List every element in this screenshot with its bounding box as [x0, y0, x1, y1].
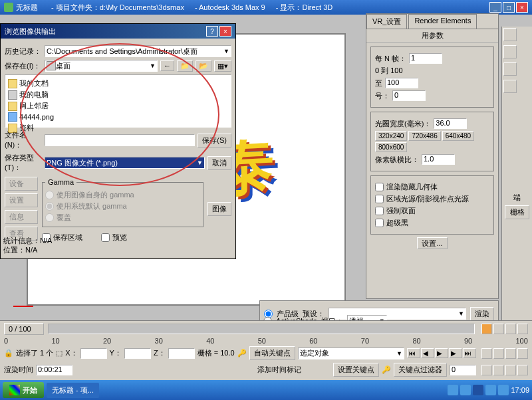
save-button[interactable]: 保存(S)	[198, 134, 231, 148]
history-combo[interactable]: C:\Documents and Settings\Administrator\…	[45, 45, 231, 57]
preset-800x600[interactable]: 800x600	[375, 142, 407, 152]
file-list[interactable]: 我的文档 我的电脑 网上邻居 44444.png 资料	[5, 74, 231, 128]
tray-icon-volume[interactable]	[498, 385, 509, 395]
nav-orbit-icon[interactable]	[505, 348, 516, 359]
gamma-title: Gamma	[45, 178, 76, 186]
tray-clock[interactable]: 17:09	[511, 386, 529, 394]
num-label: 号：	[375, 91, 390, 101]
current-frame-field[interactable]: 0	[450, 365, 476, 375]
taskbar-app-button[interactable]: 无标题 - 项...	[47, 383, 99, 398]
minimize-button[interactable]: _	[489, 2, 501, 13]
addtime-label[interactable]: 添加时间标记	[257, 365, 301, 375]
nav-back-icon[interactable]: ←	[160, 60, 174, 71]
timeline-tool-3[interactable]	[505, 324, 516, 334]
filetype-combo[interactable]: PNG 图像文件 (*.png)▼	[45, 157, 205, 169]
pixel-aspect-spinner[interactable]: 1.0	[422, 154, 455, 165]
preset-320x240[interactable]: 320x240	[375, 131, 407, 141]
nav-up-icon[interactable]: 📁	[177, 60, 193, 72]
z-field[interactable]	[168, 348, 195, 359]
timeline-tool-4[interactable]	[517, 324, 528, 334]
tool-arrow-icon[interactable]	[503, 28, 517, 41]
tray-icon-qq[interactable]	[473, 385, 483, 395]
x-field[interactable]	[80, 348, 107, 359]
settings-side-button[interactable]: 设置	[5, 193, 38, 207]
dialog-titlebar[interactable]: 浏览图像供输出 ? ×	[1, 24, 235, 39]
hide-geom-checkbox[interactable]	[375, 183, 384, 191]
tab-vr-settings[interactable]: VR_设置	[366, 14, 407, 29]
nav-walk-icon[interactable]	[493, 365, 504, 375]
loc-value: N/A	[25, 246, 37, 254]
timeline-tool-2[interactable]	[493, 324, 504, 334]
tab-render-elements[interactable]: Render Elements	[408, 14, 477, 29]
autokey-mode-combo[interactable]: 选定对象▼	[298, 348, 404, 359]
y-field[interactable]	[124, 348, 151, 359]
goto-start-button[interactable]: ⏮	[407, 348, 420, 358]
title-display-label: - 显示	[276, 3, 295, 13]
super-black-label: 超级黑	[386, 218, 408, 228]
tray-icon-1[interactable]	[448, 385, 458, 395]
desktop-icon	[47, 61, 56, 70]
lock-icon[interactable]: 🔒	[4, 349, 13, 357]
z-label: Z：	[154, 348, 166, 358]
time-slider[interactable]	[48, 324, 475, 334]
every-n-spinner[interactable]: 1	[409, 53, 442, 64]
nav-viewmode-icon[interactable]: ▦▾	[214, 60, 231, 72]
nav-pan-icon[interactable]	[493, 348, 504, 359]
nav-fov-icon[interactable]	[481, 365, 492, 375]
nav-minmax-icon[interactable]	[517, 365, 528, 375]
x-label: X：	[65, 348, 77, 358]
savein-label: 保存在(I)：	[5, 61, 42, 71]
settings-button[interactable]: 设置...	[417, 237, 447, 249]
goto-end-button[interactable]: ⏭	[463, 348, 476, 358]
autokey-button[interactable]: 自动关键点	[249, 346, 295, 360]
area-light-checkbox[interactable]	[375, 195, 384, 203]
selector-icon[interactable]: ⬚	[56, 349, 63, 357]
dialog-help-button[interactable]: ?	[206, 26, 218, 37]
setkey-button[interactable]: 设置关键点	[333, 363, 379, 377]
play-button[interactable]: ▶	[435, 348, 448, 358]
preset-640x480[interactable]: 640x480	[442, 131, 474, 141]
render-button[interactable]: 渲染	[470, 307, 494, 321]
list-item[interactable]: 44444.png	[8, 112, 228, 122]
list-item[interactable]: 网上邻居	[8, 100, 228, 112]
preset-720x486[interactable]: 720x486	[408, 131, 440, 141]
start-button[interactable]: 开始	[3, 382, 44, 398]
list-item[interactable]: 我的文档	[8, 78, 228, 89]
filename-input[interactable]	[45, 134, 195, 146]
nav-newfolder-icon[interactable]: 📂	[196, 60, 211, 72]
side-grid-button[interactable]: 栅格	[505, 205, 529, 219]
tool-hierarchy-icon[interactable]	[503, 80, 517, 93]
tool-modifier-icon[interactable]	[503, 62, 517, 76]
super-black-checkbox[interactable]	[375, 219, 384, 227]
preview-checkbox[interactable]	[101, 233, 110, 242]
list-item[interactable]: 我的电脑	[8, 89, 228, 100]
prev-frame-button[interactable]: ◀	[421, 348, 434, 358]
maximize-button[interactable]: □	[503, 2, 515, 13]
timeline-tool-1[interactable]	[481, 324, 492, 334]
tray-icon-2[interactable]	[460, 385, 471, 395]
key-icon-2[interactable]: 🔑	[382, 365, 391, 374]
close-button[interactable]: ×	[516, 2, 528, 13]
axis-x	[13, 306, 33, 307]
force-double-checkbox[interactable]	[375, 207, 384, 215]
keyfilter-button[interactable]: 关键点过滤器	[394, 363, 447, 377]
image-button[interactable]: 图像	[207, 202, 231, 216]
cancel-button[interactable]: 取消	[207, 156, 231, 170]
savein-combo[interactable]: 桌面▼	[45, 60, 158, 72]
key-icon[interactable]: 🔑	[237, 349, 247, 357]
time-range-display[interactable]: 0 / 100	[4, 323, 44, 335]
info-button[interactable]: 信息	[5, 210, 38, 224]
device-button[interactable]: 设备	[5, 177, 38, 191]
next-frame-button[interactable]: ▶	[449, 348, 462, 358]
aperture-spinner[interactable]: 36.0	[434, 118, 467, 129]
tray-icon-4[interactable]	[485, 385, 496, 395]
tool-hammer-icon[interactable]	[503, 45, 517, 58]
num-spinner[interactable]: 0	[392, 90, 426, 101]
nav-roll-icon[interactable]	[505, 365, 516, 375]
dialog-close-button[interactable]: ×	[219, 26, 231, 37]
area-light-label: 区域光源/阴影视作点光源	[386, 194, 469, 204]
nav-max-icon[interactable]	[517, 348, 528, 359]
to-spinner[interactable]: 100	[385, 78, 418, 88]
nav-zoom-icon[interactable]	[481, 348, 492, 359]
timeline-tool-icons	[481, 324, 528, 334]
